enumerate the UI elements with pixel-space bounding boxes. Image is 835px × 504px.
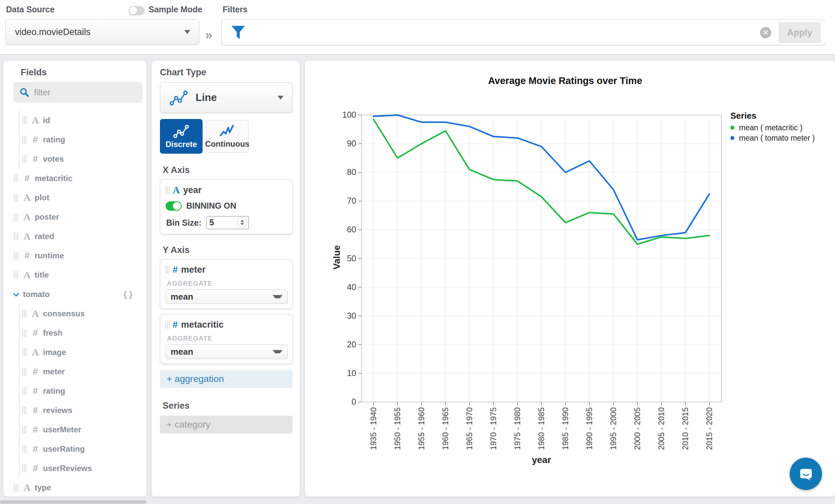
- field-item-votes[interactable]: #votes: [20, 149, 147, 169]
- legend-ring-icon: [730, 126, 734, 130]
- filters-label: Filters: [223, 5, 248, 14]
- field-item-rating[interactable]: #rating: [20, 130, 147, 149]
- drag-handle-icon: [22, 310, 27, 318]
- legend-label: mean ( tomato meter ): [739, 134, 815, 143]
- chart-type-value: Line: [196, 92, 217, 104]
- number-type-icon: #: [30, 405, 41, 416]
- chevron-down-icon[interactable]: [13, 290, 19, 296]
- field-item-userMeter[interactable]: #userMeter: [20, 420, 147, 439]
- field-label: userRating: [43, 444, 85, 453]
- drag-handle-icon: [14, 174, 18, 182]
- binning-toggle[interactable]: [166, 201, 182, 211]
- x-tick-label: 2000 - 2005: [633, 407, 642, 450]
- fields-panel: Fields Aid#rating#votes#metacriticAplotA…: [3, 61, 147, 497]
- number-type-icon: #: [30, 328, 41, 338]
- continuous-button[interactable]: Continuous: [206, 120, 248, 153]
- step-up-icon[interactable]: [241, 220, 244, 222]
- string-type-icon: A: [21, 269, 33, 281]
- field-item-consensus[interactable]: Aconsensus: [20, 304, 147, 323]
- x-tick-label: 2005 - 2010: [657, 407, 666, 450]
- sample-mode-label: Sample Mode: [149, 5, 202, 14]
- field-item-id[interactable]: Aid: [20, 111, 147, 130]
- add-aggregation-button[interactable]: + aggregation: [160, 370, 292, 388]
- fields-filter-input[interactable]: [34, 87, 127, 98]
- x-axis-label: X Axis: [163, 165, 291, 175]
- number-type-icon: #: [172, 319, 178, 330]
- x-field-name: year: [183, 185, 202, 195]
- x-tick-label: 1970 - 1975: [489, 407, 498, 450]
- string-type-icon: A: [30, 115, 41, 126]
- apply-button[interactable]: Apply: [779, 22, 821, 43]
- toggle-knob: [129, 7, 137, 15]
- chevron-down-icon: [184, 30, 190, 34]
- filter-funnel-icon: [231, 26, 245, 40]
- x-tick-label: 1980 - 1985: [537, 407, 546, 450]
- y-tick-label: 90: [331, 139, 356, 148]
- field-label: rating: [43, 135, 65, 144]
- drag-handle-icon: [22, 426, 27, 434]
- step-down-icon[interactable]: [241, 223, 244, 225]
- drag-handle-icon: [14, 271, 18, 279]
- aggregate-select-meter[interactable]: mean: [166, 289, 288, 304]
- fields-filter-box[interactable]: [13, 82, 143, 103]
- field-item-poster[interactable]: Aposter: [3, 207, 147, 227]
- y-axis-card-metacritic[interactable]: # metacritic AGGREGATE mean: [160, 314, 292, 364]
- line-chart-icon: [169, 90, 188, 106]
- field-item-title[interactable]: Atitle: [3, 265, 147, 285]
- field-label: plot: [35, 193, 49, 202]
- drag-handle-icon: [22, 445, 27, 453]
- field-item-rated[interactable]: Arated: [3, 227, 147, 246]
- collapse-panel-icon[interactable]: »: [205, 28, 212, 42]
- drag-handle-icon: [22, 136, 27, 144]
- drag-handle-icon: [14, 213, 18, 221]
- field-item-userRating[interactable]: #userRating: [20, 439, 147, 459]
- field-item-meter[interactable]: #meter: [20, 362, 147, 381]
- field-label: userReviews: [43, 464, 92, 473]
- series-label: Series: [163, 401, 291, 411]
- field-item-plot[interactable]: Aplot: [3, 188, 147, 207]
- field-item-rating[interactable]: #rating: [20, 381, 147, 401]
- y-tick-label: 70: [331, 196, 356, 206]
- x-tick-label: 1985 - 1990: [561, 407, 570, 450]
- field-item-tomato[interactable]: tomato{ }: [3, 285, 147, 304]
- discrete-button[interactable]: Discrete: [160, 119, 203, 154]
- field-label: image: [43, 348, 66, 357]
- x-axis-card[interactable]: A year BINNING ON Bin Size:: [160, 179, 292, 234]
- number-type-icon: #: [30, 424, 41, 435]
- field-label: votes: [43, 154, 64, 164]
- number-stepper[interactable]: [237, 217, 247, 228]
- field-label: id: [43, 116, 50, 125]
- field-item-fresh[interactable]: #fresh: [20, 323, 147, 343]
- string-type-icon: A: [30, 308, 41, 319]
- add-category-button[interactable]: + category: [160, 416, 292, 434]
- bin-size-field[interactable]: [206, 216, 249, 229]
- aggregate-select-metacritic[interactable]: mean: [166, 344, 288, 359]
- field-label: rating: [43, 386, 65, 396]
- chat-bubble-icon: [797, 465, 815, 483]
- chart-type-select[interactable]: Line: [160, 82, 292, 113]
- chevron-down-icon: [278, 96, 284, 100]
- field-item-runtime[interactable]: #runtime: [3, 246, 147, 265]
- chart-type-label: Chart Type: [160, 67, 291, 78]
- x-tick-label: 1950 - 1955: [393, 407, 402, 450]
- field-item-metacritic[interactable]: #metacritic: [3, 169, 147, 188]
- aggregate-value: mean: [166, 292, 193, 302]
- filters-input[interactable]: [262, 22, 835, 42]
- horizontal-scrollbar[interactable]: [0, 500, 147, 504]
- bin-size-input[interactable]: [207, 217, 233, 228]
- continuous-line-icon: [219, 124, 236, 138]
- chevron-down-icon: [272, 295, 283, 298]
- sample-mode-toggle[interactable]: [129, 6, 145, 15]
- clear-filter-icon[interactable]: ✕: [760, 27, 771, 38]
- discrete-label: Discrete: [166, 140, 197, 149]
- bin-size-label: Bin Size:: [166, 218, 202, 228]
- field-item-image[interactable]: Aimage: [20, 343, 147, 362]
- field-item-userReviews[interactable]: #userReviews: [20, 459, 147, 478]
- y-axis-card-meter[interactable]: # meter AGGREGATE mean: [160, 259, 292, 309]
- chat-bubble-button[interactable]: [790, 458, 822, 490]
- field-item-type[interactable]: Atype: [3, 478, 147, 497]
- legend-ring-icon: [730, 136, 734, 140]
- field-label: meter: [43, 367, 65, 376]
- data-source-select[interactable]: video.movieDetails: [5, 19, 199, 45]
- field-item-reviews[interactable]: #reviews: [20, 401, 147, 420]
